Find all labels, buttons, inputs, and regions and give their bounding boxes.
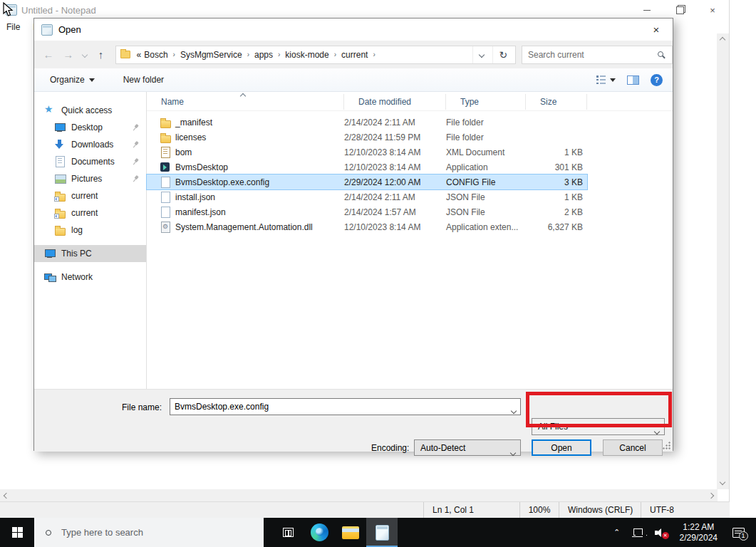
new-folder-button[interactable]: New folder [123,75,164,85]
file-name-label: File name: [122,402,162,412]
breadcrumb-item[interactable]: current [340,50,369,60]
sidebar-item-downloads[interactable]: Downloads [34,136,146,153]
file-row[interactable]: System.Management.Automation.dll 12/10/2… [147,219,587,234]
sidebar-item-network[interactable]: Network [34,269,146,286]
sidebar-item-documents[interactable]: Documents [34,153,146,170]
open-button[interactable]: Open [532,439,591,456]
file-explorer-button[interactable] [335,518,366,547]
breadcrumb-item[interactable]: kiosk-mode [284,50,330,60]
notepad-window-title: Untitled - Notepad [21,5,96,16]
menu-file[interactable]: File [6,22,20,32]
network-tray-button[interactable] [628,518,647,547]
organize-button[interactable]: Organize [50,75,95,85]
file-row[interactable]: _manifest 2/14/2024 2:11 AM File folder [147,115,587,130]
dialog-body: Quick access Desktop Downloads Documents [34,92,673,389]
resize-grip-icon[interactable] [662,441,670,449]
taskbar-clock[interactable]: 1:22 AM 2/29/2024 [675,522,722,543]
pin-icon [130,140,140,150]
back-button[interactable]: ← [38,46,58,64]
sidebar-label: log [71,225,83,235]
column-header-date-modified[interactable]: Date modified [344,94,446,110]
views-button[interactable] [596,75,616,84]
up-button[interactable]: ↑ [91,46,111,64]
start-button[interactable] [0,518,34,547]
file-row[interactable]: manifest.json 2/14/2024 1:57 AM JSON Fil… [147,204,587,219]
sidebar-item-this-pc[interactable]: This PC [34,245,146,262]
minimize-button[interactable] [631,0,663,20]
edge-icon [311,523,328,541]
breadcrumb-separator: › [274,51,284,58]
pin-icon [130,123,140,132]
sidebar-label: Desktop [71,123,103,132]
volume-tray-button[interactable]: ✕ [651,518,671,547]
sidebar-item-quick-access[interactable]: Quick access [34,102,146,119]
window-controls: × [631,0,729,20]
sidebar-label: current [71,208,98,218]
chevron-down-icon [610,78,616,82]
scroll-right-icon[interactable] [708,493,714,499]
folder-shortcut-icon [54,207,66,219]
close-button[interactable]: × [696,0,729,20]
cancel-button[interactable]: Cancel [603,439,663,456]
command-bar-right: ? [596,74,663,86]
sidebar-label: Network [61,272,93,282]
help-button[interactable]: ? [651,74,663,86]
navigation-pane: Quick access Desktop Downloads Documents [34,92,147,389]
refresh-icon[interactable]: ↻ [492,46,514,63]
file-row[interactable]: install.json 2/14/2024 2:11 AM JSON File… [147,189,587,204]
status-encoding: UTF-8 [641,502,730,518]
vertical-scrollbar[interactable] [717,33,729,489]
tray-expand-icon[interactable]: ⌃ [610,528,624,537]
breadcrumb-item[interactable]: apps [253,50,274,60]
file-row[interactable]: BvmsDesktop 12/10/2023 8:14 AM Applicati… [147,160,587,174]
file-row-selected[interactable]: BvmsDesktop.exe.config 2/29/2024 12:00 A… [147,174,587,189]
forward-button[interactable]: → [58,46,78,64]
column-header-type[interactable]: Type [446,94,526,110]
breadcrumb-item[interactable]: Bosch [143,50,169,60]
sidebar-item-desktop[interactable]: Desktop [34,119,146,136]
column-header-size[interactable]: Size [526,94,587,110]
file-name-combobox [170,398,521,415]
edge-button[interactable] [304,518,335,547]
dialog-footer: File name: All Files Encoding: Auto-Dete… [34,389,673,452]
screen: Untitled - Notepad × File Edit Ln 1, Col… [0,0,756,547]
sidebar-label: This PC [61,249,92,259]
scroll-down-icon[interactable] [720,479,725,485]
encoding-dropdown[interactable]: Auto-Detect [414,439,521,456]
taskbar-search[interactable]: Type here to search [34,518,264,547]
breadcrumb[interactable]: « Bosch › SysMgmService › apps › kiosk-m… [115,46,516,64]
sidebar-item-log[interactable]: log [34,222,146,239]
file-row[interactable]: licenses 2/28/2024 11:59 PM File folder [147,130,587,145]
status-line-ending: Windows (CRLF) [559,502,641,518]
sidebar-item-pictures[interactable]: Pictures [34,170,146,187]
preview-pane-button[interactable] [627,75,639,85]
scroll-up-icon[interactable] [720,37,725,43]
notepad-titlebar: Untitled - Notepad × [0,0,729,20]
file-type-dropdown[interactable]: All Files [532,418,665,435]
file-name-input[interactable] [175,400,502,414]
folder-shortcut-icon [54,190,66,202]
horizontal-scrollbar[interactable] [0,489,718,501]
sidebar-item-current[interactable]: current [34,187,146,204]
breadcrumb-item[interactable]: SysMgmService [179,50,244,60]
recent-locations-icon[interactable] [78,46,91,64]
task-view-button[interactable] [272,518,304,547]
dialog-close-button[interactable]: × [644,20,668,38]
address-dropdown-icon[interactable] [472,46,491,63]
restore-button[interactable] [663,0,696,20]
file-row[interactable]: bom 12/10/2023 8:14 AM XML Document 1 KB [147,145,587,160]
chevron-down-icon [511,447,515,457]
status-spacer [0,502,424,518]
sidebar-label: Quick access [61,105,112,115]
sidebar-item-current[interactable]: current [34,204,146,222]
notepad-taskbar-button[interactable] [366,518,398,547]
breadcrumb-prefix[interactable]: « [135,50,143,60]
breadcrumb-separator: › [170,51,179,58]
action-center-button[interactable]: 1 [726,518,750,547]
scroll-left-icon[interactable] [4,493,9,499]
dialog-titlebar: Open × [34,19,673,41]
chevron-down-icon[interactable] [512,405,516,415]
search-input[interactable] [528,46,649,63]
search-icon[interactable] [658,51,663,57]
search-box [522,46,673,64]
